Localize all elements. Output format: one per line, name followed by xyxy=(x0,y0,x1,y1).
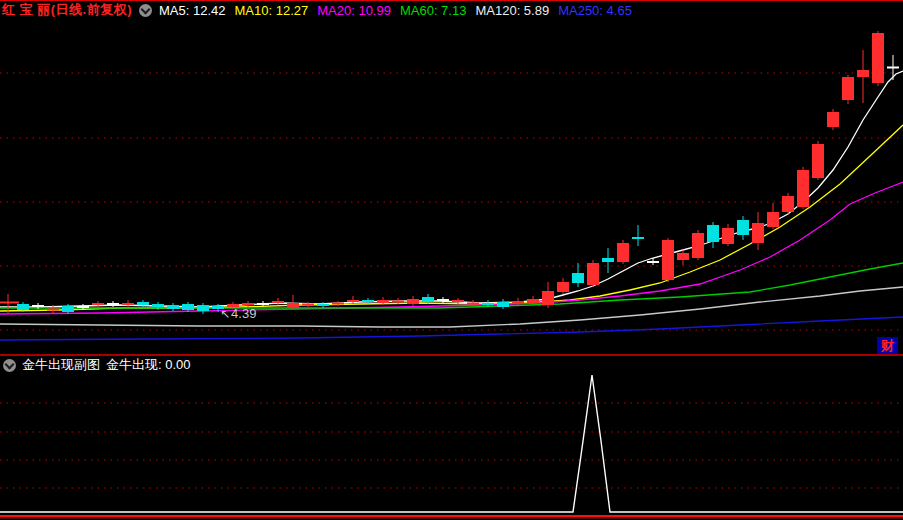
price-chart-canvas[interactable] xyxy=(0,0,903,520)
ma-item: MA120: 5.89 xyxy=(475,3,549,18)
stock-app-window: 红 宝 丽(日线.前复权) MA5: 12.42MA10: 12.27MA20:… xyxy=(0,0,903,520)
chevron-down-icon xyxy=(5,359,15,369)
indicator-value-label: 金牛出现: 0.00 xyxy=(106,356,191,374)
sub-chart-collapse-button[interactable] xyxy=(3,359,16,372)
stock-title: 红 宝 丽(日线.前复权) xyxy=(2,1,132,19)
ma-item: MA60: 7.13 xyxy=(400,3,467,18)
sub-chart-header: 金牛出现副图 金牛出现: 0.00 xyxy=(0,357,903,373)
main-chart-collapse-button[interactable] xyxy=(139,4,152,17)
wealth-watermark-badge: 财 xyxy=(877,337,898,354)
indicator-name-label: 金牛出现副图 xyxy=(22,356,100,374)
chevron-down-icon xyxy=(141,4,151,14)
price-annotation: ↖ 4.39 xyxy=(220,306,256,321)
ma-item: MA10: 12.27 xyxy=(235,3,309,18)
ma-item: MA250: 4.65 xyxy=(558,3,632,18)
ma-item: MA20: 10.99 xyxy=(317,3,391,18)
ma-values-row: MA5: 12.42MA10: 12.27MA20: 10.99MA60: 7.… xyxy=(159,3,632,18)
top-border-line xyxy=(0,0,903,1)
main-chart-header: 红 宝 丽(日线.前复权) MA5: 12.42MA10: 12.27MA20:… xyxy=(0,1,903,19)
annotation-price-label: 4.39 xyxy=(231,306,256,321)
ma-item: MA5: 12.42 xyxy=(159,3,226,18)
annotation-arrow-icon: ↖ xyxy=(220,307,230,321)
